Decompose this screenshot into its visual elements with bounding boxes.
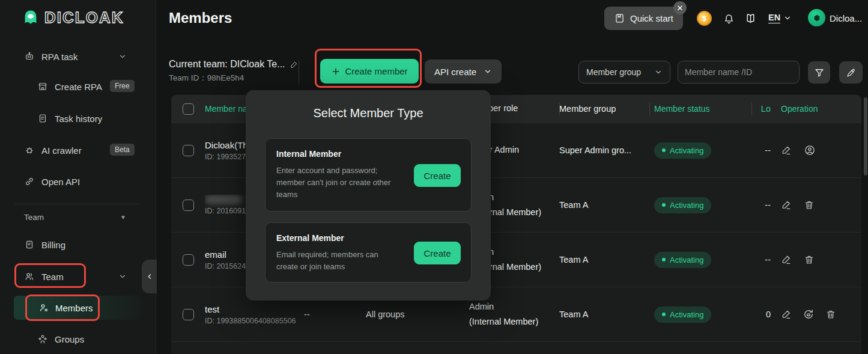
status-badge: Activating bbox=[654, 142, 711, 159]
quick-start-button[interactable]: Quick start bbox=[604, 7, 683, 30]
member-group: Team A bbox=[559, 310, 649, 319]
member-group-value: Member group bbox=[586, 67, 641, 77]
sidebar-collapse-handle[interactable] bbox=[142, 260, 157, 293]
api-create-label: API create bbox=[434, 67, 476, 77]
brand-wordmark: DICLOAK bbox=[44, 8, 124, 27]
api-create-button[interactable]: API create bbox=[425, 60, 502, 84]
trash-icon[interactable] bbox=[825, 309, 836, 320]
edit-icon[interactable] bbox=[781, 254, 792, 265]
login-value: -- bbox=[751, 255, 771, 264]
status-dot bbox=[662, 313, 666, 316]
chevron-down-icon[interactable] bbox=[118, 52, 127, 61]
team-info: Current team: DICloak Te... Team ID：98hE… bbox=[169, 59, 299, 84]
card-description: Email required; members can create or jo… bbox=[276, 249, 399, 273]
sidebar-divider bbox=[14, 204, 139, 204]
filter-icon bbox=[814, 67, 825, 78]
language-label: EN bbox=[768, 13, 780, 23]
sidebar-item-label: AI crawler bbox=[41, 145, 82, 156]
create-member-label: Create member bbox=[345, 66, 407, 76]
store-icon bbox=[37, 81, 48, 92]
language-selector[interactable]: EN bbox=[768, 13, 792, 23]
row-checkbox[interactable] bbox=[183, 254, 194, 266]
external-create-button[interactable]: Create bbox=[414, 242, 461, 264]
sidebar-item-label: Members bbox=[55, 303, 93, 313]
sidebar-item-task-history[interactable]: Task history bbox=[37, 111, 102, 126]
sidebar: DICLOAK RPA task Create RPA Free Task hi… bbox=[0, 0, 156, 354]
beta-badge: Beta bbox=[110, 144, 135, 156]
account-name[interactable]: Dicloa... bbox=[830, 13, 862, 23]
coin-icon[interactable]: $ bbox=[697, 11, 712, 26]
edit-icon[interactable] bbox=[781, 309, 792, 320]
edit-icon[interactable] bbox=[781, 145, 792, 156]
receipt-icon bbox=[24, 239, 35, 250]
status-dot bbox=[662, 148, 666, 152]
sidebar-item-open-api[interactable]: Open API bbox=[24, 174, 80, 189]
profile-circle-icon[interactable] bbox=[804, 144, 816, 156]
sidebar-item-billing[interactable]: Billing bbox=[24, 237, 65, 252]
login-value: 0 bbox=[751, 310, 771, 319]
brand-logo: DICLOAK bbox=[22, 8, 124, 27]
create-member-button[interactable]: Create member bbox=[320, 59, 419, 84]
header-separator bbox=[559, 103, 560, 115]
close-icon[interactable]: ✕ bbox=[673, 1, 687, 14]
sidebar-item-label: Open API bbox=[41, 177, 80, 187]
sidebar-item-create-rpa[interactable]: Create RPA bbox=[37, 79, 102, 94]
avatar[interactable] bbox=[808, 9, 825, 26]
chevron-down-icon[interactable] bbox=[118, 272, 127, 281]
current-team-label: Current team: DICloak Te... bbox=[169, 59, 285, 70]
sidebar-item-rpa-task[interactable]: RPA task bbox=[24, 49, 78, 64]
sidebar-item-label: RPA task bbox=[41, 52, 78, 62]
trash-icon[interactable] bbox=[804, 254, 815, 265]
quick-start-label: Quick start bbox=[630, 13, 673, 23]
member-groups: All groups bbox=[361, 310, 469, 319]
member-role-type: (Internal Member) bbox=[469, 314, 559, 329]
docs-book-icon[interactable] bbox=[744, 12, 757, 25]
reset-password-icon[interactable] bbox=[803, 308, 815, 320]
select-member-type-modal: Select Member Type Internal Member Enter… bbox=[246, 90, 491, 301]
sidebar-item-label: Team bbox=[41, 272, 64, 282]
internal-create-button[interactable]: Create bbox=[414, 164, 461, 187]
member-group: Team A bbox=[559, 200, 649, 210]
col-operation: Operation bbox=[771, 104, 861, 114]
member-icon bbox=[38, 302, 49, 313]
search-input[interactable] bbox=[685, 67, 794, 77]
caret-down-icon: ▼ bbox=[120, 214, 126, 221]
select-all-checkbox[interactable] bbox=[183, 103, 194, 115]
sidebar-item-team[interactable]: Team bbox=[24, 269, 64, 284]
row-checkbox[interactable] bbox=[183, 309, 194, 320]
bell-icon[interactable] bbox=[723, 12, 735, 25]
edit-icon[interactable] bbox=[781, 200, 792, 210]
member-group-select[interactable]: Member group bbox=[578, 61, 670, 84]
sidebar-item-ai-crawler[interactable]: AI crawler bbox=[24, 142, 82, 158]
member-group: Team A bbox=[559, 255, 649, 264]
robot-icon bbox=[24, 51, 35, 62]
member-role: Admin bbox=[469, 299, 559, 314]
sidebar-item-groups[interactable]: Groups bbox=[37, 331, 84, 347]
groups-icon bbox=[37, 334, 48, 344]
status-dot bbox=[662, 203, 666, 207]
free-badge: Free bbox=[110, 80, 135, 92]
member-search bbox=[678, 61, 800, 84]
trash-icon[interactable] bbox=[804, 200, 815, 210]
card-title: Internal Member bbox=[276, 149, 460, 159]
row-checkbox[interactable] bbox=[183, 145, 194, 156]
hood-logo-icon bbox=[22, 9, 40, 27]
col-member-group: Member group bbox=[559, 104, 649, 114]
clear-filter-button[interactable] bbox=[839, 61, 863, 84]
col-member-status: Member status bbox=[649, 104, 751, 114]
team-icon bbox=[24, 271, 35, 282]
card-description: Enter account and password; member can't… bbox=[276, 165, 399, 201]
modal-title: Select Member Type bbox=[246, 106, 491, 120]
sidebar-item-label: Groups bbox=[55, 334, 84, 344]
team-section-label[interactable]: Team bbox=[24, 213, 44, 222]
status-dot bbox=[662, 258, 666, 261]
avatar-glyph bbox=[812, 13, 822, 23]
col-login: Lo bbox=[751, 104, 771, 114]
row-checkbox[interactable] bbox=[183, 200, 194, 211]
sidebar-item-members[interactable]: Members bbox=[14, 296, 141, 320]
edit-team-icon[interactable] bbox=[290, 60, 299, 69]
chevron-down-icon bbox=[783, 14, 792, 22]
document-icon bbox=[37, 113, 48, 124]
filter-button[interactable] bbox=[808, 61, 830, 84]
scrollbar-thumb[interactable] bbox=[864, 97, 867, 175]
